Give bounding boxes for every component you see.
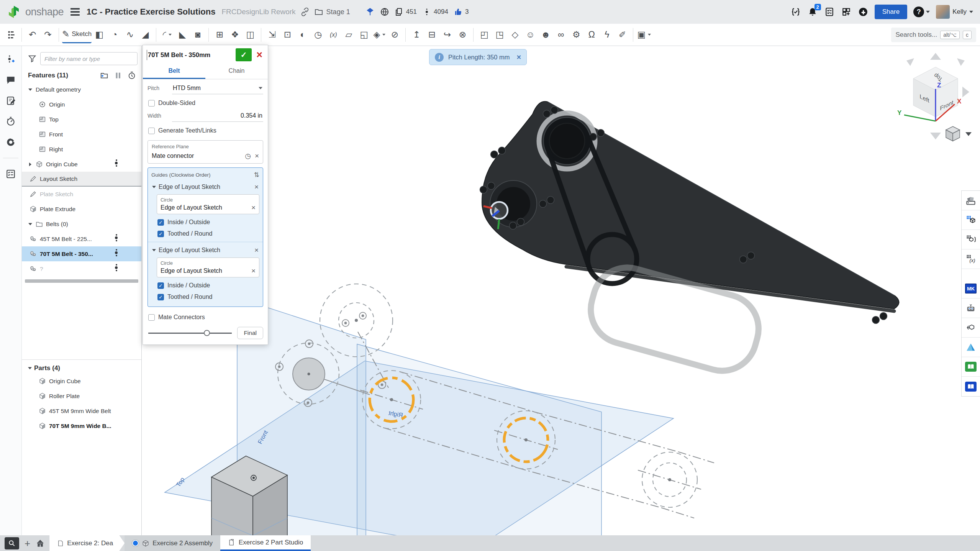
feature-item-item[interactable]: ? (22, 261, 141, 276)
toothed-round-checkbox[interactable]: ✓ Toothed / Round (157, 294, 259, 300)
inside-outside-checkbox[interactable]: ✓ Inside / Outside (157, 219, 259, 226)
guide-shape-field[interactable]: Circle Edge of Layout Sketch × (157, 257, 259, 277)
inside-outside-checkbox[interactable]: ✓ Inside / Outside (157, 282, 259, 289)
tab-belt[interactable]: Belt (143, 64, 205, 79)
part-item-70t-5m-9mm-wide-b[interactable]: 70T 5M 9mm Wide B... (22, 418, 141, 433)
onshape-logo-icon[interactable] (7, 5, 21, 19)
clear-guide-shape-icon[interactable]: × (251, 205, 256, 211)
mkcad-app-icon[interactable]: MK (962, 279, 980, 298)
gear-feature-icon[interactable]: ⚙ (569, 26, 584, 43)
public-globe-icon[interactable] (380, 7, 389, 16)
guide-shape-field[interactable]: Circle Edge of Layout Sketch × (157, 194, 259, 214)
undo-icon[interactable]: ↶ (25, 26, 40, 43)
help-button[interactable]: ? (913, 7, 924, 17)
chamfer-icon[interactable]: ◣ (175, 26, 190, 43)
folder-icon[interactable] (314, 7, 323, 16)
confirm-button[interactable]: ✓ (236, 48, 252, 61)
remove-guide-icon[interactable]: × (254, 247, 259, 253)
double-sided-checkbox[interactable]: Double-Sided (148, 100, 262, 107)
mirror-icon[interactable]: ◫ (243, 26, 258, 43)
app-grid-icon[interactable] (841, 7, 852, 17)
robot-app-icon[interactable] (962, 298, 980, 318)
likes-stat[interactable]: 3 (454, 7, 469, 16)
variable-icon[interactable]: (x) (326, 26, 341, 43)
share-link-icon[interactable] (300, 7, 310, 16)
guide-collapse-icon[interactable] (152, 249, 156, 251)
notes-icon[interactable] (6, 96, 16, 106)
sketch-button[interactable]: ✎Sketch (62, 26, 92, 43)
configurations-icon[interactable] (962, 210, 980, 230)
view-cube[interactable]: Top Left Front Z X Y (897, 53, 969, 139)
share-button[interactable]: Share (875, 5, 907, 19)
comments-icon[interactable] (6, 75, 16, 85)
tasks-icon[interactable] (824, 7, 835, 17)
helix-icon[interactable]: ◷ (310, 26, 326, 43)
feature-item-70t-5m-belt-350[interactable]: 70T 5M Belt - 350... (22, 246, 141, 261)
doc-tab-exercise-2-part-studio[interactable]: Exercise 2 Part Studio (220, 535, 311, 551)
pitch-select[interactable]: HTD 5mm (172, 84, 263, 94)
split-icon[interactable]: ◱ (356, 26, 372, 43)
checklist-icon[interactable] (6, 169, 16, 179)
chevron-down-icon[interactable] (382, 34, 385, 36)
robot-feature-icon[interactable]: ☺ (523, 26, 538, 43)
bookmark-icon[interactable] (365, 7, 375, 16)
feature-item-front[interactable]: Front (22, 127, 141, 142)
part-item-roller-plate[interactable]: Roller Plate (22, 389, 141, 403)
chevron-right-icon[interactable] (27, 163, 34, 166)
sweep-icon[interactable]: ∿ (122, 26, 138, 43)
doc-tab-exercise-2-dea[interactable]: Exercise 2: Dea (49, 535, 125, 551)
linear-pattern-icon[interactable]: ⊞ (212, 26, 227, 43)
tube-icon[interactable]: ◳ (492, 26, 507, 43)
reorder-guides-icon[interactable]: ⇅ (254, 171, 259, 179)
feature-item-layout-sketch[interactable]: Layout Sketch (22, 172, 141, 187)
feature-item-origin-cube[interactable]: Origin Cube (22, 157, 141, 172)
shell-icon[interactable]: ◙ (190, 26, 205, 43)
marker-icon[interactable]: ✐ (615, 26, 630, 43)
chevron-down-icon[interactable] (169, 34, 172, 36)
docs-blue-book-icon[interactable] (962, 377, 980, 396)
new-folder-icon[interactable] (100, 71, 108, 80)
clear-guide-shape-icon[interactable]: × (251, 268, 256, 274)
search-tabs-icon[interactable] (5, 537, 19, 549)
history-clock-icon[interactable] (128, 71, 136, 80)
feature-item-plate-extrude[interactable]: Plate Extrude (22, 202, 141, 216)
feature-item-plate-sketch[interactable]: Plate Sketch (22, 187, 141, 202)
part-item-origin-cube[interactable]: Origin Cube (22, 374, 141, 389)
boolean-icon[interactable]: ◐ (295, 26, 310, 43)
feature-name-input[interactable] (147, 50, 233, 60)
delete-face-icon[interactable]: ⊗ (455, 26, 470, 43)
slider-thumb[interactable] (204, 330, 210, 336)
feature-item-top[interactable]: Top (22, 112, 141, 127)
chevron-down-icon[interactable] (648, 34, 651, 36)
variable-table-icon[interactable]: (x) (962, 249, 980, 269)
export-parts-icon[interactable] (962, 318, 980, 338)
chevron-down-icon[interactable] (27, 89, 34, 91)
redo-icon[interactable]: ↷ (40, 26, 56, 43)
belt-feature-icon[interactable]: ∞ (553, 26, 569, 43)
import-icon[interactable]: ⇲ (264, 26, 280, 43)
plane-icon[interactable]: ▱ (341, 26, 356, 43)
copies-stat[interactable]: 451 (395, 7, 417, 16)
filter-icon[interactable] (28, 54, 36, 63)
part-item-45t-5m-9mm-wide-belt[interactable]: 45T 5M 9mm Wide Belt (22, 403, 141, 418)
new-tab-button[interactable]: + (25, 538, 30, 548)
feature-item-default-geometry[interactable]: Default geometry (22, 82, 141, 97)
revolve-icon[interactable]: ◔ (107, 26, 122, 43)
extrude-icon[interactable]: ◧ (92, 26, 107, 43)
versions-history-icon[interactable] (6, 137, 16, 147)
bracket-feature-icon[interactable]: Ω (584, 26, 599, 43)
modify-fillet-icon[interactable]: ◈ (372, 26, 387, 43)
feature-item-belts-0[interactable]: Belts (0) (22, 216, 141, 231)
reference-plane-field[interactable]: Reference Plane Mate connector ◷ × (147, 140, 263, 164)
chevron-down-icon[interactable] (27, 223, 34, 225)
feature-item-right[interactable]: Right (22, 142, 141, 157)
final-button[interactable]: Final (237, 327, 263, 339)
layout-sketch-circle-right[interactable] (642, 452, 697, 507)
rollback-bar[interactable] (25, 279, 138, 283)
feature-item-origin[interactable]: Origin (22, 97, 141, 112)
composite-part-icon[interactable]: ⊡ (280, 26, 295, 43)
offset-surface-icon[interactable]: ⊟ (424, 26, 439, 43)
width-input[interactable]: 0.354 in (172, 112, 263, 122)
roller-plate-part[interactable] (480, 102, 899, 324)
guide-collapse-icon[interactable] (152, 186, 156, 188)
